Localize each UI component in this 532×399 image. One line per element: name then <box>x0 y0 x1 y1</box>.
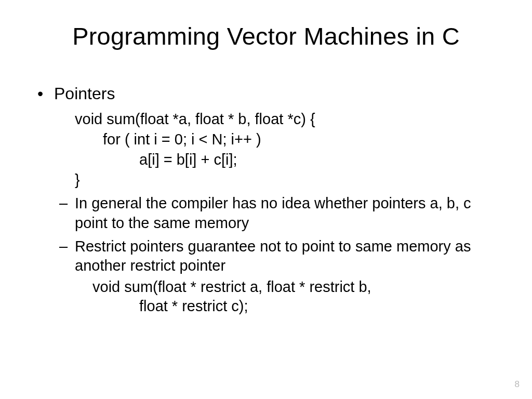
bullet-pointers: Pointers <box>35 83 501 104</box>
code-line-4: } <box>35 170 501 190</box>
code2-line-2: float * restrict c); <box>35 297 501 316</box>
subbullet-compiler: In general the compiler has no idea whet… <box>35 194 501 232</box>
code-line-3: a[i] = b[i] + c[i]; <box>35 150 501 169</box>
page-number: 8 <box>515 379 520 390</box>
subbullet-restrict: Restrict pointers guarantee not to point… <box>35 237 501 275</box>
slide-body: Pointers void sum(float *a, float * b, f… <box>35 83 501 316</box>
slide-title: Programming Vector Machines in C <box>0 22 532 50</box>
code2-line-1: void sum(float * restrict a, float * res… <box>35 277 501 297</box>
slide: Programming Vector Machines in C Pointer… <box>0 0 532 399</box>
code-line-2: for ( int i = 0; i < N; i++ ) <box>35 130 501 149</box>
code-line-1: void sum(float *a, float * b, float *c) … <box>35 110 501 129</box>
